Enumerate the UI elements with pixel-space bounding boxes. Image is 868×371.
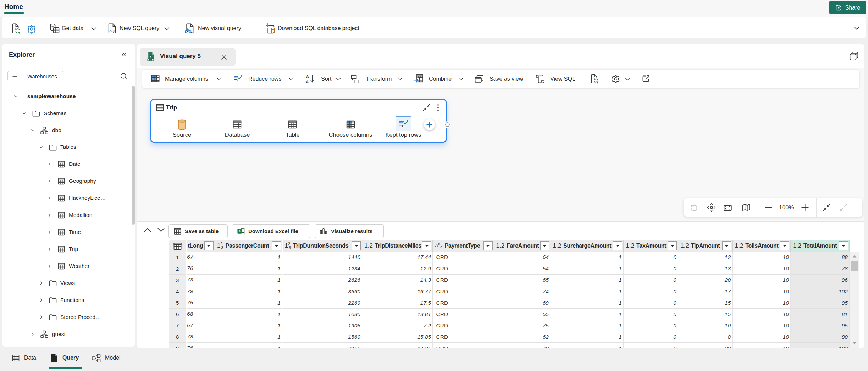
svg-text:SQL: SQL: [109, 29, 116, 33]
svg-text:A: A: [306, 74, 309, 79]
svg-text:Z: Z: [306, 79, 309, 84]
svg-text:X: X: [238, 229, 241, 233]
